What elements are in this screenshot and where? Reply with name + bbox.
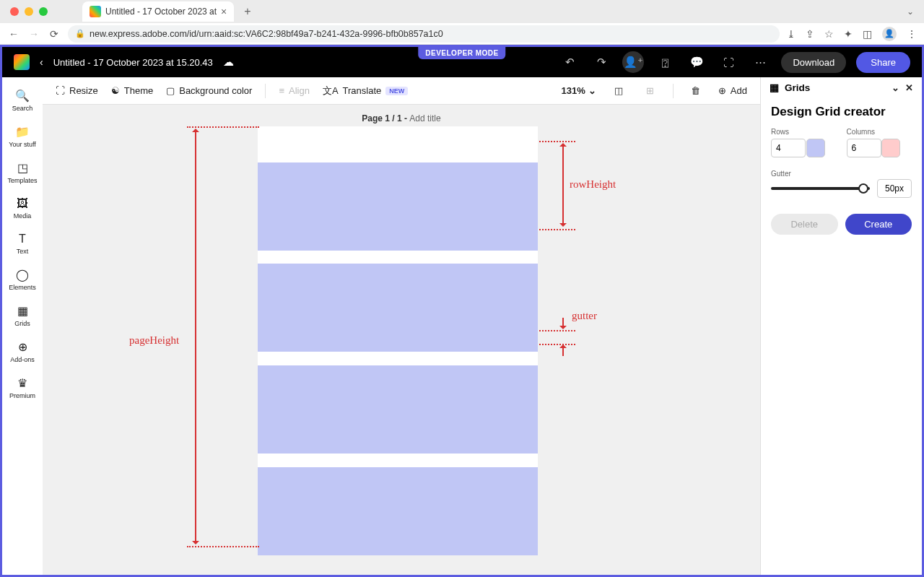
cloud-sync-icon[interactable]: ☁ <box>223 56 234 69</box>
separator <box>673 84 674 98</box>
pages-grid-icon: ⊞ <box>641 82 660 100</box>
more-icon[interactable]: ⋯ <box>749 51 771 73</box>
zoom-control[interactable]: 131%⌄ <box>562 85 596 96</box>
delete-button[interactable]: Delete <box>771 214 838 235</box>
lock-icon: 🔒 <box>75 29 85 38</box>
panel-header: ▦ Grids ⌄ ✕ <box>761 77 922 97</box>
share-button[interactable]: Share <box>856 52 910 73</box>
favicon-icon <box>90 6 101 17</box>
create-button[interactable]: Create <box>845 214 912 235</box>
resize-tool[interactable]: ⛶Resize <box>56 85 98 96</box>
grids-icon: ▦ <box>17 304 28 318</box>
rows-input[interactable] <box>771 139 806 157</box>
present-icon[interactable]: ⛶ <box>718 51 739 73</box>
tab-bar: Untitled - 17 October 2023 at × + ⌄ <box>0 0 924 23</box>
page-artboard[interactable] <box>258 126 538 547</box>
close-window-button[interactable] <box>10 7 19 16</box>
rail-elements[interactable]: ◯Elements <box>5 264 40 295</box>
align-tool: ≡Align <box>279 85 310 96</box>
pages-icon[interactable]: ◫ <box>609 82 628 100</box>
tabs-dropdown-icon[interactable]: ⌄ <box>907 6 918 17</box>
panel-body: Design Grid creator Rows ▲▼ Columns <box>761 97 922 242</box>
rail-media[interactable]: 🖼Media <box>5 193 40 224</box>
app-back-icon[interactable]: ‹ <box>40 56 43 68</box>
extensions-icon[interactable]: ✦ <box>844 28 853 40</box>
url-text: new.express.adobe.com/id/urn:aaid:sc:VA6… <box>90 29 443 39</box>
rail-text[interactable]: TText <box>5 228 40 259</box>
bgcolor-tool[interactable]: ▢Background color <box>166 85 252 96</box>
columns-field: Columns ▲▼ <box>847 128 912 157</box>
comments-icon[interactable]: 💬 <box>686 51 707 73</box>
reload-icon[interactable]: ⟳ <box>48 28 61 40</box>
addons-icon: ⊕ <box>18 340 27 354</box>
rail-addons[interactable]: ⊕Add-ons <box>5 336 40 368</box>
page-info[interactable]: Page 1 / 1 - Add title <box>362 113 440 123</box>
translate-tool[interactable]: 文ATranslateNEW <box>323 84 408 97</box>
rail-search[interactable]: 🔍Search <box>5 84 40 116</box>
browser-chrome: Untitled - 17 October 2023 at × + ⌄ ← → … <box>0 0 924 45</box>
back-icon[interactable]: ← <box>7 28 20 40</box>
delete-page-icon[interactable]: 🗑 <box>687 82 705 100</box>
columns-input[interactable] <box>847 139 881 157</box>
adobe-express-logo[interactable] <box>14 54 30 70</box>
search-icon: 🔍 <box>15 89 30 103</box>
annotation-line <box>539 330 575 331</box>
developer-mode-badge: DEVELOPER MODE <box>418 47 505 59</box>
slider-thumb[interactable] <box>858 183 868 194</box>
column-color-swatch[interactable] <box>881 139 900 157</box>
rows-field: Rows ▲▼ <box>771 128 837 157</box>
tab-close-icon[interactable]: × <box>221 6 227 17</box>
sidepanel-icon[interactable]: ◫ <box>863 28 872 40</box>
document-title[interactable]: Untitled - 17 October 2023 at 15.20.43 <box>53 57 213 68</box>
chrome-menu-icon[interactable]: ⋮ <box>907 28 917 40</box>
panel-close-icon[interactable]: ✕ <box>905 82 913 93</box>
chrome-action-icons: ⤓ ⇪ ☆ ✦ ◫ 👤 ⋮ <box>787 27 917 41</box>
share-chrome-icon[interactable]: ⇪ <box>806 28 814 40</box>
rail-grids[interactable]: ▦Grids <box>5 300 40 331</box>
grid-row[interactable] <box>258 467 538 555</box>
new-tab-button[interactable]: + <box>240 5 255 18</box>
annotation-arrow <box>195 131 196 542</box>
align-icon: ≡ <box>279 85 284 96</box>
add-icon: ⊕ <box>718 85 726 96</box>
annotation-line <box>539 229 575 230</box>
profile-avatar-icon[interactable]: 👤 <box>882 27 897 41</box>
browser-tab[interactable]: Untitled - 17 October 2023 at × <box>82 1 234 22</box>
bookmark-icon[interactable]: ☆ <box>824 28 834 40</box>
gutter-field: Gutter 50px <box>771 166 912 198</box>
rail-premium[interactable]: ♛Premium <box>5 372 40 404</box>
maximize-window-button[interactable] <box>39 7 48 16</box>
gutter-value[interactable]: 50px <box>877 179 912 198</box>
grid-row[interactable] <box>258 264 538 352</box>
add-page-tool[interactable]: ⊕Add <box>718 85 747 96</box>
grid-row[interactable] <box>258 365 538 454</box>
install-icon[interactable]: ⤓ <box>787 28 796 40</box>
annotation-arrow <box>562 318 564 326</box>
annotation-pageheight: pageHeight <box>129 334 179 347</box>
gutter-slider[interactable] <box>771 187 870 190</box>
panel-collapse-icon[interactable]: ⌄ <box>892 82 899 93</box>
rail-templates[interactable]: ◳Templates <box>5 157 40 188</box>
grid-row[interactable] <box>258 162 538 251</box>
download-button[interactable]: Download <box>781 52 846 73</box>
invite-icon[interactable]: 👤⁺ <box>622 51 644 73</box>
theme-icon: ☯ <box>111 85 120 96</box>
row-color-swatch[interactable] <box>806 139 825 157</box>
right-panel: ▦ Grids ⌄ ✕ Design Grid creator Rows ▲▼ <box>760 77 922 575</box>
text-icon: T <box>19 233 26 246</box>
undo-icon[interactable]: ↶ <box>559 51 580 73</box>
theme-tool[interactable]: ☯Theme <box>111 85 153 96</box>
new-badge: NEW <box>385 87 408 95</box>
left-rail: 🔍Search 📁Your stuff ◳Templates 🖼Media TT… <box>2 77 43 575</box>
plugin-title: Design Grid creator <box>771 105 912 119</box>
rail-your-stuff[interactable]: 📁Your stuff <box>5 121 40 152</box>
separator <box>265 84 266 98</box>
canvas[interactable]: Page 1 / 1 - Add title pageHeight rowHei… <box>43 105 760 575</box>
rows-label: Rows <box>771 128 837 136</box>
forward-icon: → <box>27 28 40 40</box>
center-column: ⛶Resize ☯Theme ▢Background color ≡Align … <box>43 77 760 575</box>
minimize-window-button[interactable] <box>25 7 33 16</box>
help-icon[interactable]: ⍰ <box>654 51 676 73</box>
panel-buttons: Delete Create <box>771 214 912 235</box>
url-input[interactable]: 🔒 new.express.adobe.com/id/urn:aaid:sc:V… <box>68 25 780 43</box>
